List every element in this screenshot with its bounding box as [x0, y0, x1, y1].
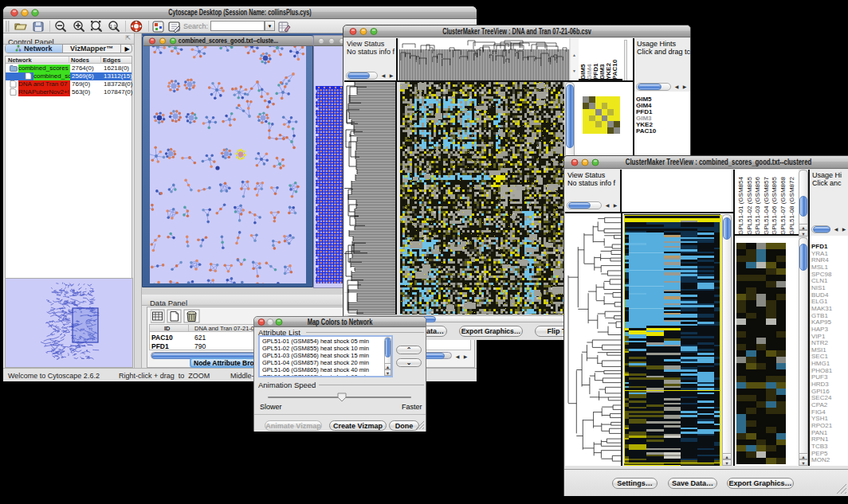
svg-text:1:1: 1:1: [110, 24, 117, 29]
